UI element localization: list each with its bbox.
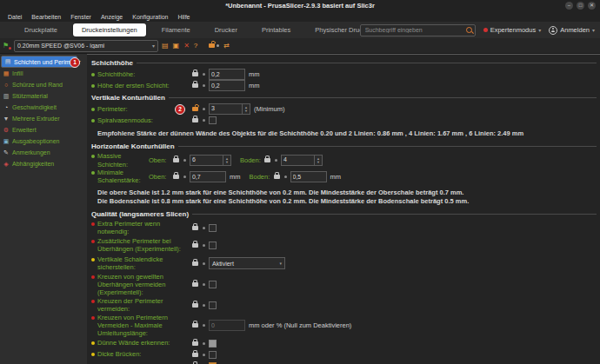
value-input[interactable] [209, 69, 245, 80]
menu-item-datei[interactable]: Datei [3, 13, 26, 21]
rename-preset-icon[interactable]: ▣ [173, 42, 180, 50]
revert-dot-icon[interactable] [203, 227, 205, 229]
menu-item-hilfe[interactable]: Hilfe [174, 13, 195, 21]
tab-drucker[interactable]: Drucker [206, 23, 246, 36]
lock-icon[interactable] [173, 175, 179, 179]
login-button[interactable]: Anmelden ▾ [549, 26, 595, 35]
revert-dot-icon[interactable] [203, 84, 205, 87]
option-mode-dot [91, 316, 95, 320]
sidebar-item-ausgabeoptionen[interactable]: ▣Ausgabeoptionen [0, 136, 87, 147]
value-input[interactable] [209, 320, 245, 331]
unlock-icon[interactable] [192, 107, 198, 111]
sidebar-item-infill[interactable]: ▦Infill [0, 68, 87, 79]
delete-preset-icon[interactable]: ✕ [183, 42, 190, 50]
revert-dot-icon[interactable] [284, 175, 287, 178]
menu-item-anzeige[interactable]: Anzeige [97, 13, 127, 21]
lock-icon[interactable] [173, 158, 179, 162]
value-spinner[interactable]: 6▲▼ [190, 155, 231, 166]
value-spinner[interactable]: 3▲▼ [209, 103, 250, 115]
sidebar-item-schichten-und-perimeter[interactable]: ▤Schichten und Perimeter1 [1, 56, 77, 68]
revert-dot-icon[interactable] [203, 108, 205, 110]
maximize-button[interactable]: □ [577, 2, 584, 10]
value-spinner[interactable]: 4▲▼ [281, 155, 323, 166]
revert-dot-icon[interactable] [203, 354, 205, 356]
sidebar-item-st-tzmaterial[interactable]: ▥Stützmaterial [0, 90, 87, 102]
tab-printables[interactable]: Printables [253, 23, 299, 36]
checkbox[interactable] [209, 301, 217, 309]
lock-icon[interactable] [192, 226, 198, 230]
spinner-arrows-icon[interactable]: ▲▼ [242, 104, 250, 114]
sidebar-item-anmerkungen[interactable]: ✎Anmerkungen [0, 147, 87, 158]
lock-icon[interactable] [192, 261, 198, 266]
checkbox[interactable] [209, 351, 217, 359]
setting-row: Massive Schichten:Oben:6▲▼Boden:4▲▼ [91, 152, 597, 169]
value-input[interactable] [190, 171, 226, 182]
lock-icon[interactable] [192, 83, 198, 88]
mode-selector[interactable]: Expertenmodus ▾ [483, 26, 542, 34]
spinner-arrows-icon[interactable]: ▲▼ [314, 156, 322, 165]
menu-item-bearbeiten[interactable]: Bearbeiten [27, 13, 65, 21]
sidebar-item-sch-rze-und-rand[interactable]: ○Schürze und Rand [0, 79, 87, 90]
notes-icon: ✎ [3, 149, 10, 156]
revert-dot-icon[interactable] [203, 342, 205, 345]
revert-dot-icon[interactable] [183, 159, 186, 162]
lock-icon[interactable] [192, 243, 198, 248]
tab-filamente[interactable]: Filamente [153, 23, 199, 36]
revert-dot-icon[interactable] [183, 175, 186, 178]
lock-icon[interactable] [192, 72, 198, 76]
sidebar-item-erweitert[interactable]: ⚙Erweitert [0, 124, 87, 136]
help-icon[interactable]: ? [194, 42, 197, 50]
spin-down-icon[interactable]: ▼ [244, 109, 248, 113]
lock-icon[interactable] [192, 341, 198, 346]
tab-druckplatte[interactable]: Druckplatte [16, 23, 66, 36]
spin-down-icon[interactable]: ▼ [225, 161, 229, 164]
tab-druckeinstellungen[interactable]: Druckeinstellungen [73, 23, 146, 36]
section-title-row: Horizontale Konturhüllen [91, 142, 597, 150]
lock-icon[interactable] [192, 282, 198, 287]
revert-dot-icon[interactable] [203, 244, 205, 247]
spinner-arrows-icon[interactable]: ▲▼ [223, 156, 230, 165]
menu-item-fenster[interactable]: Fenster [66, 13, 96, 21]
sidebar-item-label: Mehrere Extruder [12, 116, 59, 122]
lock-icon[interactable] [192, 118, 198, 122]
checkbox[interactable] [209, 224, 217, 232]
checkbox[interactable] [209, 242, 217, 249]
sidebar-item-abh-ngigkeiten[interactable]: ◈Abhängigkeiten [0, 158, 87, 169]
revert-dot-icon[interactable] [203, 283, 205, 286]
checkbox[interactable] [209, 340, 217, 347]
search-input[interactable] [363, 26, 463, 34]
spin-down-icon[interactable]: ▼ [317, 161, 320, 164]
minimize-button[interactable]: − [565, 2, 573, 10]
lock-icon[interactable] [192, 323, 198, 328]
preset-dropdown[interactable]: 0.20mm SPEED @SV06 - igami ▾ [14, 40, 158, 52]
revert-dot-icon[interactable] [203, 324, 205, 327]
lock-icon[interactable] [192, 303, 198, 308]
revert-dot-icon[interactable] [203, 304, 205, 307]
lock-icon[interactable] [264, 158, 270, 162]
value-input[interactable] [290, 171, 327, 182]
revert-dot-icon[interactable] [217, 44, 219, 47]
checkbox[interactable] [209, 281, 217, 288]
lock-icon[interactable] [192, 353, 198, 357]
save-preset-icon[interactable]: ▤ [162, 42, 169, 50]
option-mode-dot [91, 108, 95, 111]
menu-item-konfiguration[interactable]: Konfiguration [128, 13, 172, 21]
revert-dot-icon[interactable] [203, 73, 205, 76]
settings-panel: SchichthöheSchichthöhe:mmHöhe der ersten… [87, 54, 600, 364]
setting-row [91, 361, 597, 364]
revert-dot-icon[interactable] [275, 159, 277, 162]
value-select[interactable]: Aktiviert▾ [209, 257, 285, 269]
checkbox[interactable] [209, 116, 217, 124]
value-input[interactable] [209, 80, 245, 91]
revert-dot-icon[interactable] [203, 262, 205, 265]
sidebar-item-geschwindigkeit[interactable]: ◔Geschwindigkeit [0, 102, 87, 113]
lock-icon[interactable] [274, 175, 280, 179]
search-icon[interactable] [466, 27, 472, 33]
sidebar-item-label: Ausgabeoptionen [12, 138, 60, 144]
compare-presets-icon[interactable]: ⇄ [223, 42, 230, 50]
search-input-wrap[interactable] [360, 24, 476, 36]
lock-settings-icon[interactable] [209, 43, 219, 48]
revert-dot-icon[interactable] [203, 119, 205, 122]
sidebar-item-mehrere-extruder[interactable]: ▼Mehrere Extruder [0, 113, 87, 124]
close-button[interactable]: ✕ [588, 2, 596, 10]
